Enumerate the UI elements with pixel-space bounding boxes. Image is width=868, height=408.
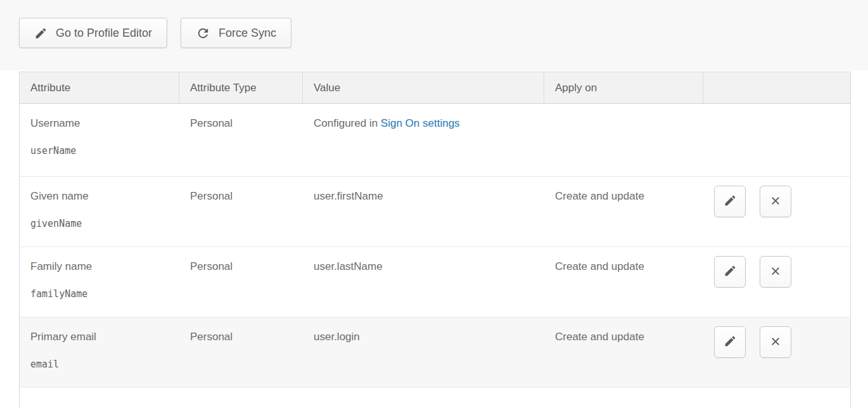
- edit-attribute-button[interactable]: [714, 256, 746, 288]
- table-row: Username userName Personal Configured in…: [20, 104, 850, 176]
- empty-table-area: [20, 387, 850, 408]
- attribute-type-cell: Personal: [179, 317, 303, 387]
- attribute-variable: userName: [30, 145, 173, 156]
- attribute-cell: Username userName: [20, 104, 179, 176]
- attribute-variable: email: [30, 359, 173, 370]
- column-header-attribute: Attribute: [20, 72, 179, 103]
- go-to-profile-editor-button[interactable]: Go to Profile Editor: [19, 18, 167, 48]
- refresh-icon: [196, 26, 210, 41]
- row-actions: [714, 186, 791, 217]
- actions-cell: [703, 177, 791, 246]
- force-sync-button[interactable]: Force Sync: [181, 18, 291, 48]
- value-cell: user.firstName: [303, 177, 544, 246]
- attribute-label: Username: [30, 117, 173, 130]
- value-prefix: Configured in: [314, 117, 381, 129]
- column-header-apply-on: Apply on: [544, 72, 703, 103]
- edit-attribute-button[interactable]: [714, 186, 746, 217]
- x-icon: [768, 264, 783, 281]
- attribute-variable: givenName: [30, 218, 173, 229]
- value-cell: user.login: [303, 317, 544, 387]
- apply-on-cell: [544, 104, 703, 176]
- attribute-type-cell: Personal: [179, 177, 303, 246]
- value-cell: Configured in Sign On settings: [303, 104, 544, 176]
- delete-attribute-button[interactable]: [760, 186, 791, 217]
- actions-cell: [703, 104, 714, 176]
- pencil-icon: [724, 264, 737, 279]
- table-row: Family name familyName Personal user.las…: [20, 246, 850, 317]
- pencil-icon: [34, 27, 48, 40]
- column-header-actions: [703, 72, 850, 103]
- row-actions: [714, 256, 791, 288]
- pencil-icon: [724, 335, 737, 350]
- attribute-label: Family name: [30, 260, 173, 273]
- attribute-mappings-table: Attribute Attribute Type Value Apply on …: [19, 72, 851, 408]
- apply-on-cell: Create and update: [544, 177, 703, 246]
- apply-on-cell: Create and update: [544, 317, 703, 387]
- value-cell: user.lastName: [303, 247, 544, 317]
- edit-attribute-button[interactable]: [714, 326, 746, 358]
- attribute-variable: familyName: [30, 288, 173, 300]
- pencil-icon: [724, 194, 737, 209]
- table-row: Primary email email Personal user.login …: [20, 317, 850, 387]
- delete-attribute-button[interactable]: [760, 256, 791, 288]
- attribute-type-cell: Personal: [179, 247, 303, 317]
- actions-cell: [703, 247, 791, 317]
- toolbar: Go to Profile Editor Force Sync: [19, 18, 291, 48]
- column-header-value: Value: [303, 72, 544, 103]
- actions-cell: [703, 317, 791, 387]
- force-sync-label: Force Sync: [219, 27, 276, 40]
- attribute-cell: Primary email email: [20, 317, 179, 387]
- sign-on-settings-link[interactable]: Sign On settings: [381, 117, 460, 129]
- table-header-row: Attribute Attribute Type Value Apply on: [20, 72, 850, 104]
- delete-attribute-button[interactable]: [760, 326, 791, 358]
- row-actions: [714, 326, 791, 358]
- attribute-label: Primary email: [30, 331, 173, 343]
- apply-on-cell: Create and update: [544, 247, 703, 317]
- attribute-label: Given name: [30, 190, 173, 203]
- go-to-profile-editor-label: Go to Profile Editor: [56, 27, 152, 40]
- x-icon: [768, 193, 783, 210]
- x-icon: [768, 334, 783, 351]
- attribute-cell: Family name familyName: [20, 247, 179, 317]
- attribute-cell: Given name givenName: [20, 177, 179, 246]
- column-header-attribute-type: Attribute Type: [179, 72, 303, 103]
- attribute-type-cell: Personal: [179, 104, 303, 176]
- table-row: Given name givenName Personal user.first…: [20, 176, 850, 246]
